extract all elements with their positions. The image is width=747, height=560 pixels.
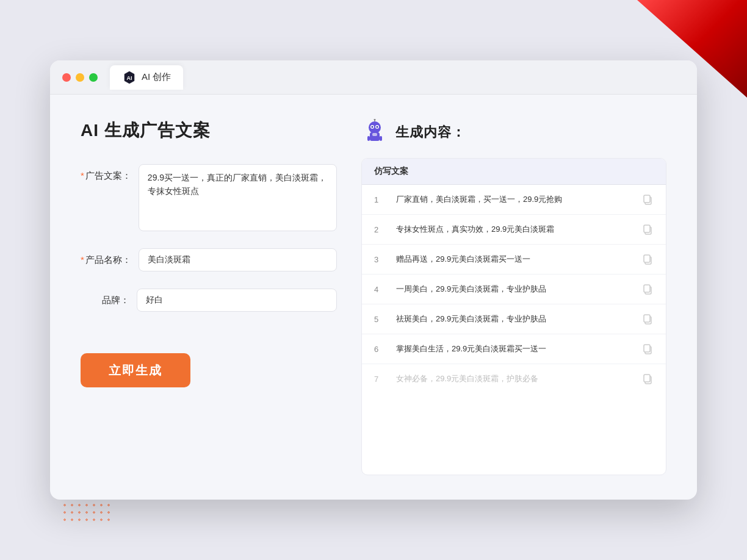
table-row: 7女神必备，29.9元美白淡斑霜，护肤必备 [362, 364, 666, 393]
brand-group: 品牌： [81, 289, 337, 312]
result-header: 生成内容： [361, 119, 666, 146]
product-required: * [81, 254, 84, 265]
svg-point-10 [374, 119, 376, 121]
table-row: 4一周美白，29.9元美白淡斑霜，专业护肤品 [362, 275, 666, 304]
row-number: 7 [374, 375, 386, 384]
traffic-lights [62, 73, 98, 82]
svg-rect-12 [380, 136, 382, 141]
copy-icon[interactable] [641, 223, 654, 235]
svg-rect-20 [644, 285, 650, 292]
maximize-button[interactable] [89, 73, 98, 82]
ai-tab-icon: AI [122, 70, 137, 85]
copy-icon[interactable] [641, 253, 654, 265]
table-row: 6掌握美白生活，29.9元美白淡斑霜买一送一 [362, 334, 666, 364]
brand-input[interactable] [137, 289, 337, 312]
product-group: *产品名称： [81, 248, 337, 271]
minimize-button[interactable] [76, 73, 84, 82]
right-panel: 生成内容： 仿写文案 1厂家直销，美白淡斑霜，买一送一，29.9元抢购 2专抹女… [361, 119, 666, 475]
ad-copy-label: *广告文案： [81, 164, 131, 182]
robot-icon [361, 119, 388, 146]
row-text: 一周美白，29.9元美白淡斑霜，专业护肤品 [396, 283, 632, 295]
row-number: 2 [374, 225, 386, 234]
table-row: 5祛斑美白，29.9元美白淡斑霜，专业护肤品 [362, 304, 666, 334]
row-text: 掌握美白生活，29.9元美白淡斑霜买一送一 [396, 343, 632, 355]
ai-tab[interactable]: AI AI 创作 [110, 65, 183, 90]
copy-icon[interactable] [641, 193, 654, 206]
svg-rect-11 [367, 136, 370, 141]
svg-rect-8 [372, 133, 377, 136]
ad-copy-required: * [81, 170, 84, 181]
copy-icon[interactable] [641, 313, 654, 325]
row-number: 1 [374, 195, 386, 204]
copy-icon[interactable] [641, 283, 654, 295]
table-row: 1厂家直销，美白淡斑霜，买一送一，29.9元抢购 [362, 185, 666, 215]
result-title: 生成内容： [395, 123, 466, 142]
svg-rect-16 [644, 225, 650, 232]
page-title: AI 生成广告文案 [81, 119, 337, 142]
table-row: 3赠品再送，29.9元美白淡斑霜买一送一 [362, 245, 666, 275]
product-label: *产品名称： [81, 248, 131, 266]
row-number: 5 [374, 315, 386, 324]
svg-rect-18 [644, 255, 650, 262]
product-input[interactable] [139, 248, 337, 271]
row-text: 赠品再送，29.9元美白淡斑霜买一送一 [396, 253, 632, 265]
row-number: 6 [374, 345, 386, 354]
copy-icon[interactable] [641, 343, 654, 355]
close-button[interactable] [62, 73, 71, 82]
row-text: 女神必备，29.9元美白淡斑霜，护肤必备 [396, 373, 632, 385]
svg-rect-22 [644, 315, 650, 322]
brand-label: 品牌： [81, 289, 129, 306]
result-table: 仿写文案 1厂家直销，美白淡斑霜，买一送一，29.9元抢购 2专抹女性斑点，真实… [361, 158, 666, 475]
row-number: 3 [374, 255, 386, 264]
row-number: 4 [374, 285, 386, 294]
svg-point-2 [369, 121, 381, 134]
svg-point-7 [377, 126, 378, 128]
table-row: 2专抹女性斑点，真实功效，29.9元美白淡斑霜 [362, 215, 666, 245]
row-text: 厂家直销，美白淡斑霜，买一送一，29.9元抢购 [396, 193, 632, 206]
browser-window: AI AI 创作 AI 生成广告文案 *广告文案： *产品名称： [50, 60, 697, 500]
svg-text:AI: AI [127, 75, 132, 81]
title-bar: AI AI 创作 [50, 60, 697, 95]
row-text: 祛斑美白，29.9元美白淡斑霜，专业护肤品 [396, 313, 632, 325]
copy-icon[interactable] [641, 373, 654, 385]
table-header: 仿写文案 [362, 159, 666, 185]
result-rows-container: 1厂家直销，美白淡斑霜，买一送一，29.9元抢购 2专抹女性斑点，真实功效，29… [362, 185, 666, 393]
tab-label: AI 创作 [142, 71, 171, 83]
content-area: AI 生成广告文案 *广告文案： *产品名称： 品牌： 立 [50, 95, 697, 500]
svg-rect-14 [644, 195, 650, 203]
svg-point-6 [372, 126, 374, 128]
ad-copy-input[interactable] [139, 164, 337, 231]
svg-rect-26 [644, 375, 650, 382]
ad-copy-group: *广告文案： [81, 164, 337, 231]
row-text: 专抹女性斑点，真实功效，29.9元美白淡斑霜 [396, 223, 632, 235]
svg-rect-24 [644, 345, 650, 352]
left-panel: AI 生成广告文案 *广告文案： *产品名称： 品牌： 立 [81, 119, 337, 475]
generate-button[interactable]: 立即生成 [81, 353, 190, 387]
